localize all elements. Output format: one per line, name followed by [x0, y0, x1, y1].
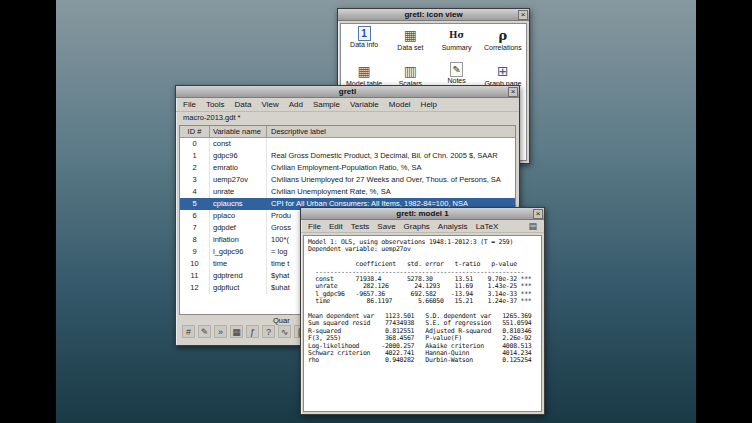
model-output-line: rho 0.940282 Durbin-Watson 0.125254 [308, 357, 537, 364]
cell-id: 3 [180, 174, 210, 186]
menu-variable[interactable]: Variable [350, 100, 379, 109]
model-menu-graphs[interactable]: Graphs [404, 222, 430, 231]
icon-view-window-title: gretl: icon view [404, 9, 462, 20]
cell-name: inflation [210, 234, 267, 246]
model-menu-edit[interactable]: Edit [329, 222, 343, 231]
cell-name: time [210, 258, 267, 270]
cell-label: Civilian Employment-Population Ratio, %,… [267, 162, 515, 174]
model-menu-save[interactable]: Save [377, 222, 395, 231]
document-icon[interactable]: ▤ [528, 221, 537, 232]
cell-label: Real Gross Domestic Product, 3 Decimal, … [267, 150, 515, 162]
cell-id: 11 [180, 270, 210, 282]
table-row[interactable]: 4 unrate Civilian Unemployment Rate, %, … [180, 186, 515, 198]
data-info-icon: 1 [358, 26, 371, 41]
main-titlebar[interactable]: gretl × [176, 86, 519, 98]
cell-name: unrate [210, 186, 267, 198]
model-menubar: File Edit Tests Save Graphs Analysis LaT… [301, 220, 544, 233]
notes-icon: ✎ [450, 62, 463, 77]
table-row[interactable]: 3 uemp27ov Civilians Unemployed for 27 W… [180, 174, 515, 186]
menu-help[interactable]: Help [421, 100, 437, 109]
cell-label: Civilian Unemployment Rate, %, SA [267, 186, 515, 198]
cell-id: 12 [180, 282, 210, 294]
cell-id: 0 [180, 138, 210, 150]
toolbar-help-icon[interactable]: ? [262, 325, 275, 338]
model-titlebar[interactable]: gretl: model 1 × [301, 208, 544, 220]
toolbar-function-packages-icon[interactable]: ƒ [246, 325, 259, 338]
header-id: ID # [180, 126, 210, 137]
menu-tools[interactable]: Tools [206, 100, 225, 109]
cell-id: 9 [180, 246, 210, 258]
cell-id: 5 [180, 198, 210, 210]
status-text: Quar [273, 316, 290, 325]
cell-id: 4 [180, 186, 210, 198]
variable-table-header: ID # Variable name Descriptive label [180, 126, 515, 138]
toolbar-new-script-icon[interactable]: ✎ [198, 325, 211, 338]
correlations-icon: ρ [499, 26, 508, 44]
model-menu-analysis[interactable]: Analysis [438, 222, 468, 231]
main-window-title: gretl [339, 86, 356, 97]
icon-item-data-info[interactable]: 1 Data info [341, 26, 387, 56]
icon-item-data-set[interactable]: ▦ Data set [387, 26, 433, 56]
menu-model[interactable]: Model [389, 100, 411, 109]
menu-view[interactable]: View [261, 100, 278, 109]
table-row[interactable]: 1 gdpc96 Real Gross Domestic Product, 3 … [180, 150, 515, 162]
header-variable-name: Variable name [210, 126, 267, 137]
graph-page-icon: ⊞ [497, 62, 509, 80]
cell-id: 10 [180, 258, 210, 270]
table-row[interactable]: 0 const [180, 138, 515, 150]
model-output-line: Dependent variable: uemp27ov [308, 246, 537, 253]
table-row[interactable]: 2 emratio Civilian Employment-Population… [180, 162, 515, 174]
toolbar-graph-icon[interactable]: ∿ [278, 325, 291, 338]
model-output-line: time 86.1197 5.66050 15.21 1.24e-37 *** [308, 298, 537, 305]
model-table-icon: ▦ [358, 62, 371, 80]
cell-name: uemp27ov [210, 174, 267, 186]
icon-label: Data set [397, 44, 423, 52]
screen: gretl: icon view × 1 Data info ▦ Data se… [0, 0, 752, 423]
menu-file[interactable]: File [183, 100, 196, 109]
menu-data[interactable]: Data [235, 100, 252, 109]
cell-name: gdpfluct [210, 282, 267, 294]
header-descriptive-label: Descriptive label [267, 126, 515, 137]
cell-name: gdpdef [210, 222, 267, 234]
toolbar-icon-view-icon[interactable]: ▦ [230, 325, 243, 338]
main-menubar: File Tools Data View Add Sample Variable… [176, 98, 519, 112]
cell-name: l_gdpc96 [210, 246, 267, 258]
data-set-icon: ▦ [404, 26, 417, 44]
close-icon[interactable]: × [518, 10, 528, 20]
cell-name: gdpc96 [210, 150, 267, 162]
model-menu-tests[interactable]: Tests [351, 222, 370, 231]
dataset-filename-label: macro-2013.gdt * [176, 112, 519, 124]
cell-name: ppiaco [210, 210, 267, 222]
model-output: Model 1: OLS, using observations 1948:1-… [303, 235, 542, 412]
cell-id: 1 [180, 150, 210, 162]
model-menu-file[interactable]: File [308, 222, 321, 231]
model-window-title: gretl: model 1 [396, 208, 448, 219]
cell-name: cpiaucns [210, 198, 267, 210]
menu-add[interactable]: Add [289, 100, 303, 109]
icon-label: Summary [442, 44, 472, 52]
cell-label: Civilians Unemployed for 27 Weeks and Ov… [267, 174, 515, 186]
toolbar-calculator-icon[interactable]: # [182, 325, 195, 338]
cell-name: emratio [210, 162, 267, 174]
cell-id: 7 [180, 222, 210, 234]
summary-icon: Hσ [449, 26, 464, 44]
cell-name: gdptrend [210, 270, 267, 282]
icon-label: Notes [447, 77, 465, 85]
cell-id: 6 [180, 210, 210, 222]
icon-label: Correlations [484, 44, 522, 52]
close-icon[interactable]: × [508, 87, 518, 97]
cell-id: 8 [180, 234, 210, 246]
model-window: gretl: model 1 × File Edit Tests Save Gr… [300, 207, 545, 415]
icon-label: Data info [350, 41, 378, 49]
icon-item-summary[interactable]: Hσ Summary [434, 26, 480, 56]
toolbar-console-icon[interactable]: » [214, 325, 227, 338]
cell-name: const [210, 138, 267, 150]
model-menu-latex[interactable]: LaTeX [476, 222, 499, 231]
icon-view-titlebar[interactable]: gretl: icon view × [338, 9, 529, 21]
cell-label [267, 138, 515, 150]
icon-item-correlations[interactable]: ρ Correlations [480, 26, 526, 56]
close-icon[interactable]: × [533, 209, 543, 219]
cell-id: 2 [180, 162, 210, 174]
menu-sample[interactable]: Sample [313, 100, 340, 109]
scalars-icon: ▥ [404, 62, 417, 80]
